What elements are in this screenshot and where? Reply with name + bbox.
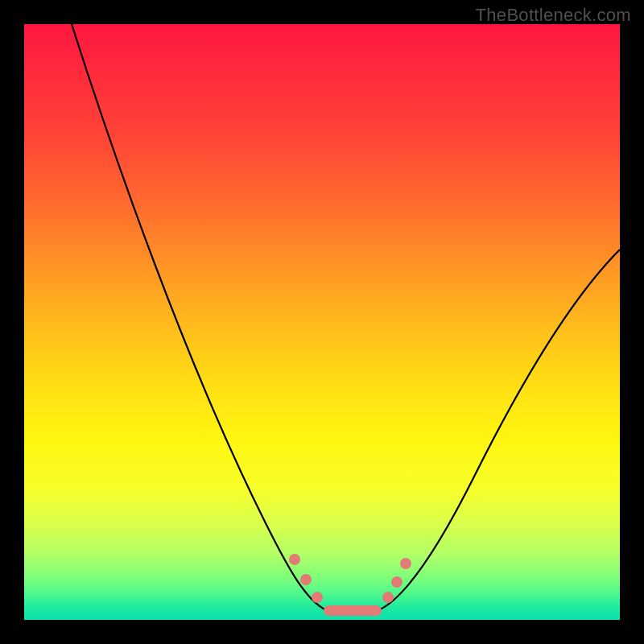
chart-svg <box>24 24 620 620</box>
marker-dot <box>400 558 411 569</box>
plot-area <box>24 24 620 620</box>
marker-dot <box>289 554 300 565</box>
bottleneck-curve <box>72 24 620 610</box>
watermark-text: TheBottleneck.com <box>476 5 631 26</box>
marker-dot <box>300 574 312 585</box>
marker-dot <box>382 592 394 603</box>
marker-dot <box>312 592 323 603</box>
marker-dot <box>391 576 402 588</box>
outer-frame: TheBottleneck.com <box>0 0 644 644</box>
plateau-bar <box>324 605 382 616</box>
